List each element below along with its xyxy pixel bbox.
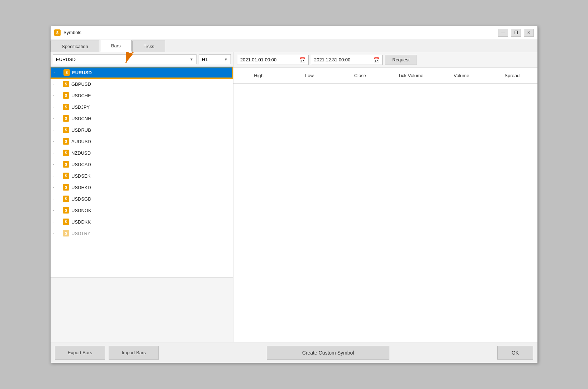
col-header-low: Low xyxy=(284,71,335,80)
timeframe-dropdown-arrow: ▼ xyxy=(224,57,228,61)
main-content: EURUSD ▼ H1 ▼ ··· $ EURUSD xyxy=(51,52,537,342)
symbol-item-usddkk[interactable]: ··· $ USDDKK xyxy=(51,216,233,228)
col-header-spread: Spread xyxy=(487,71,537,80)
symbol-dots: ··· xyxy=(53,174,61,178)
main-window: $ Symbols — ❐ ✕ Specification Bars Ticks… xyxy=(50,26,538,363)
symbol-icon-eurusd: $ xyxy=(63,69,70,76)
end-calendar-icon[interactable]: 📅 xyxy=(373,57,379,63)
symbol-name-usdjpy: USDJPY xyxy=(71,104,90,110)
col-header-volume: Volume xyxy=(436,71,487,80)
symbol-item-usdtry[interactable]: ··· $ USDTRY xyxy=(51,228,233,239)
symbol-icon-usdhkd: $ xyxy=(63,184,69,191)
symbol-dots: ··· xyxy=(53,186,61,189)
right-panel: 2021.01.01 00:00 📅 2021.12.31 00:00 📅 Re… xyxy=(233,52,537,342)
data-area-empty xyxy=(233,84,537,342)
table-header: High Low Close Tick Volume Volume Spread xyxy=(233,68,537,84)
symbol-icon-usddkk: $ xyxy=(63,219,69,225)
minimize-button[interactable]: — xyxy=(498,29,508,37)
col-header-close: Close xyxy=(335,71,385,80)
symbol-name-usddkk: USDDKK xyxy=(71,219,91,225)
symbol-icon-usdsek: $ xyxy=(63,173,69,179)
symbol-dots: ··· xyxy=(53,94,61,98)
symbol-icon-usdrub: $ xyxy=(63,127,69,133)
end-date-input[interactable]: 2021.12.31 00:00 📅 xyxy=(311,55,383,65)
symbol-icon-usdnok: $ xyxy=(63,207,69,214)
symbol-dots: ··· xyxy=(53,220,61,224)
import-bars-button[interactable]: Import Bars xyxy=(109,346,159,360)
symbol-name-usdchf: USDCHF xyxy=(71,93,91,98)
symbol-name-usdhkd: USDHKD xyxy=(71,185,91,190)
symbol-name-usdrub: USDRUB xyxy=(71,127,91,133)
symbol-name-usdnok: USDNOK xyxy=(71,208,91,213)
symbol-dropdown[interactable]: EURUSD ▼ xyxy=(53,54,196,64)
symbol-dots: ··· xyxy=(53,208,61,212)
symbol-name-gbpusd: GBPUSD xyxy=(71,81,91,87)
tab-bars[interactable]: Bars xyxy=(100,40,132,52)
symbol-icon-usdcad: $ xyxy=(63,161,69,168)
symbol-dots: ··· xyxy=(53,128,61,132)
symbol-dots: ··· xyxy=(53,151,61,155)
symbol-dropdown-text: EURUSD xyxy=(56,57,190,62)
app-icon: $ xyxy=(54,29,61,36)
close-button[interactable]: ✕ xyxy=(524,29,534,37)
symbol-item-usdjpy[interactable]: ··· $ USDJPY xyxy=(51,101,233,113)
export-bars-button[interactable]: Export Bars xyxy=(55,346,105,360)
left-panel: EURUSD ▼ H1 ▼ ··· $ EURUSD xyxy=(51,52,233,342)
symbol-name-usdsek: USDSEK xyxy=(71,173,90,179)
symbol-item-gbpusd[interactable]: ··· $ GBPUSD xyxy=(51,78,233,90)
symbol-dots: ··· xyxy=(53,140,61,144)
symbol-icon-audusd: $ xyxy=(63,138,69,145)
title-bar: $ Symbols — ❐ ✕ xyxy=(51,26,537,39)
left-panel-empty-area xyxy=(51,277,233,342)
symbol-item-usdsek[interactable]: ··· $ USDSEK xyxy=(51,170,233,182)
symbol-name-audusd: AUDUSD xyxy=(71,139,91,144)
symbol-item-nzdusd[interactable]: ··· $ NZDUSD xyxy=(51,147,233,159)
symbol-dots: ··· xyxy=(53,163,61,167)
symbol-icon-usdjpy: $ xyxy=(63,104,69,110)
symbol-icon-nzdusd: $ xyxy=(63,150,69,156)
symbol-item-usdnok[interactable]: ··· $ USDNOK xyxy=(51,205,233,216)
symbol-name-usdcad: USDCAD xyxy=(71,162,91,167)
create-custom-symbol-button[interactable]: Create Custom Symbol xyxy=(267,346,390,360)
symbol-dots: ··· xyxy=(53,197,61,201)
window-controls: — ❐ ✕ xyxy=(498,29,534,37)
symbol-selector-row: EURUSD ▼ H1 ▼ xyxy=(51,52,233,67)
symbol-item-usdsgd[interactable]: ··· $ USDSGD xyxy=(51,193,233,205)
symbol-item-usdcad[interactable]: ··· $ USDCAD xyxy=(51,159,233,170)
symbol-list-container: ··· $ EURUSD ··· $ GBPUSD ··· $ USDCHF xyxy=(51,67,233,277)
symbol-list[interactable]: ··· $ EURUSD ··· $ GBPUSD ··· $ USDCHF xyxy=(51,67,233,277)
timeframe-dropdown[interactable]: H1 ▼ xyxy=(199,54,231,64)
timeframe-text: H1 xyxy=(202,57,224,62)
symbol-icon-usdtry: $ xyxy=(63,230,69,236)
request-button[interactable]: Request xyxy=(385,55,417,65)
symbol-item-usdrub[interactable]: ··· $ USDRUB xyxy=(51,124,233,136)
symbol-name-usdsgd: USDSGD xyxy=(71,196,91,202)
start-date-text: 2021.01.01 00:00 xyxy=(240,57,297,62)
symbol-icon-usdchf: $ xyxy=(63,92,69,99)
symbol-item-usdcnh[interactable]: ··· $ USDCNH xyxy=(51,113,233,124)
symbol-item-usdhkd[interactable]: ··· $ USDHKD xyxy=(51,182,233,193)
restore-button[interactable]: ❐ xyxy=(511,29,521,37)
symbol-icon-usdsgd: $ xyxy=(63,196,69,202)
symbol-dots: ··· xyxy=(53,117,61,121)
symbol-name-nzdusd: NZDUSD xyxy=(71,150,91,156)
col-header-high: High xyxy=(233,71,284,80)
col-header-tick-volume: Tick Volume xyxy=(385,71,436,80)
date-range-row: 2021.01.01 00:00 📅 2021.12.31 00:00 📅 Re… xyxy=(233,52,537,68)
start-date-input[interactable]: 2021.01.01 00:00 📅 xyxy=(237,55,309,65)
start-calendar-icon[interactable]: 📅 xyxy=(299,57,305,63)
bottom-bar: Export Bars Import Bars Create Custom Sy… xyxy=(51,342,537,363)
symbol-dots: ··· xyxy=(53,71,62,75)
symbol-item-eurusd[interactable]: ··· $ EURUSD xyxy=(51,67,233,78)
end-date-text: 2021.12.31 00:00 xyxy=(314,57,370,62)
ok-button[interactable]: OK xyxy=(497,346,533,360)
window-title: Symbols xyxy=(63,30,498,35)
tab-specification[interactable]: Specification xyxy=(51,41,99,52)
symbol-icon-usdcnh: $ xyxy=(63,115,69,122)
symbol-item-usdchf[interactable]: ··· $ USDCHF xyxy=(51,90,233,101)
symbol-item-audusd[interactable]: ··· $ AUDUSD xyxy=(51,136,233,147)
symbol-icon-gbpusd: $ xyxy=(63,81,69,87)
symbol-name-usdcnh: USDCNH xyxy=(71,116,91,121)
symbol-name-eurusd: EURUSD xyxy=(72,70,92,75)
tab-ticks[interactable]: Ticks xyxy=(132,41,165,52)
